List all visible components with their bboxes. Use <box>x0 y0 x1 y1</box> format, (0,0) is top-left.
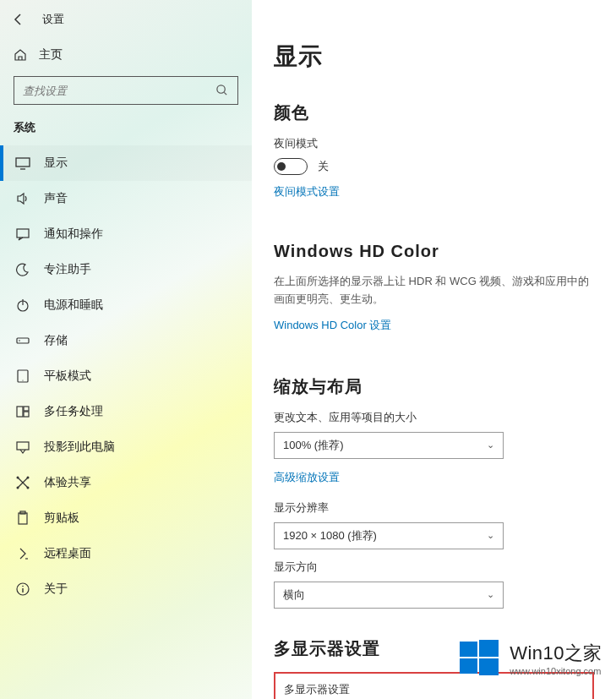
sound-icon <box>15 191 30 206</box>
text-size-dropdown[interactable]: 100% (推荐) ⌄ <box>274 432 504 459</box>
orientation-dropdown[interactable]: 横向 ⌄ <box>274 582 504 609</box>
dropdown-value: 横向 <box>283 587 305 603</box>
search-icon <box>215 84 229 97</box>
info-icon <box>15 582 30 597</box>
sidebar-item-notifications[interactable]: 通知和操作 <box>0 216 252 252</box>
sidebar-item-remote[interactable]: 远程桌面 <box>0 536 252 571</box>
hd-color-heading: Windows HD Color <box>274 242 594 261</box>
home-icon <box>14 48 27 62</box>
night-mode-settings-link[interactable]: 夜间模式设置 <box>274 184 340 199</box>
svg-rect-4 <box>17 229 29 238</box>
svg-line-1 <box>224 92 226 95</box>
sidebar-item-label: 电源和睡眠 <box>44 298 103 313</box>
svg-point-8 <box>19 340 20 341</box>
remote-icon <box>15 546 30 561</box>
sidebar-item-tablet[interactable]: 平板模式 <box>0 358 252 394</box>
chevron-down-icon: ⌄ <box>487 530 494 541</box>
color-heading: 颜色 <box>274 101 594 124</box>
home-label: 主页 <box>39 47 63 63</box>
resolution-label: 显示分辨率 <box>274 500 594 516</box>
svg-point-18 <box>27 477 30 479</box>
main-content: 显示 颜色 夜间模式 关 夜间模式设置 Windows HD Color 在上面… <box>252 0 616 699</box>
sidebar-item-share[interactable]: 体验共享 <box>0 465 252 500</box>
svg-rect-29 <box>460 658 477 674</box>
svg-rect-13 <box>24 412 29 417</box>
project-icon <box>15 440 30 455</box>
svg-rect-12 <box>24 407 29 411</box>
night-mode-toggle[interactable] <box>274 158 308 175</box>
sidebar-item-label: 显示 <box>44 156 68 171</box>
sidebar-item-label: 远程桌面 <box>44 546 91 561</box>
svg-rect-7 <box>17 338 29 343</box>
clipboard-icon <box>15 511 30 526</box>
sidebar-item-storage[interactable]: 存储 <box>0 323 252 358</box>
windows-logo-icon <box>457 636 501 680</box>
svg-rect-11 <box>17 407 23 417</box>
sidebar-item-label: 多任务处理 <box>44 404 103 419</box>
sidebar-item-label: 专注助手 <box>44 262 91 277</box>
moon-icon <box>15 262 30 277</box>
watermark-url: www.win10xitong.com <box>510 666 602 676</box>
hd-color-settings-link[interactable]: Windows HD Color 设置 <box>274 318 391 333</box>
svg-point-17 <box>17 477 19 479</box>
sidebar-item-power[interactable]: 电源和睡眠 <box>0 287 252 323</box>
svg-point-0 <box>217 85 225 93</box>
home-link[interactable]: 主页 <box>0 39 252 71</box>
svg-point-26 <box>22 586 24 587</box>
sidebar-item-clipboard[interactable]: 剪贴板 <box>0 500 252 536</box>
sidebar-item-label: 通知和操作 <box>44 227 103 242</box>
multitask-icon <box>15 404 30 419</box>
sidebar-item-sound[interactable]: 声音 <box>0 181 252 216</box>
watermark: Win10之家 www.win10xitong.com <box>457 636 602 680</box>
night-mode-label: 夜间模式 <box>274 136 594 151</box>
svg-point-19 <box>17 487 19 489</box>
back-button[interactable] <box>12 13 25 26</box>
hd-color-description: 在上面所选择的显示器上让 HDR 和 WCG 视频、游戏和应用中的画面更明亮、更… <box>274 273 594 309</box>
scale-heading: 缩放与布局 <box>274 375 594 398</box>
share-icon <box>15 475 30 490</box>
sidebar-item-label: 声音 <box>44 191 68 206</box>
search-box[interactable] <box>14 76 238 105</box>
monitor-icon <box>15 156 30 171</box>
notification-icon <box>15 227 30 242</box>
svg-rect-14 <box>17 442 29 450</box>
text-size-label: 更改文本、应用等项目的大小 <box>274 410 594 425</box>
sidebar-item-about[interactable]: 关于 <box>0 571 252 607</box>
search-input[interactable] <box>23 85 215 97</box>
nav-list: 显示 声音 通知和操作 专注助手 电源和睡眠 存储 平板模式 多任务处理 <box>0 145 252 607</box>
storage-icon <box>15 333 30 348</box>
svg-rect-30 <box>479 658 499 675</box>
night-mode-toggle-row: 关 <box>274 158 594 175</box>
chevron-down-icon: ⌄ <box>487 440 494 451</box>
chevron-down-icon: ⌄ <box>487 589 494 600</box>
sidebar-item-label: 投影到此电脑 <box>44 440 115 455</box>
watermark-title: Win10之家 <box>510 641 602 666</box>
svg-rect-28 <box>479 640 499 657</box>
sidebar-item-label: 体验共享 <box>44 475 91 490</box>
svg-rect-27 <box>460 642 477 657</box>
sidebar-item-label: 平板模式 <box>44 369 91 384</box>
orientation-label: 显示方向 <box>274 560 594 575</box>
svg-point-20 <box>27 487 30 489</box>
sidebar-item-label: 存储 <box>44 333 68 348</box>
sidebar-item-label: 关于 <box>44 582 68 597</box>
sidebar-item-focus[interactable]: 专注助手 <box>0 252 252 287</box>
category-heading: 系统 <box>0 120 252 145</box>
dropdown-value: 1920 × 1080 (推荐) <box>283 528 377 543</box>
sidebar-item-multitask[interactable]: 多任务处理 <box>0 394 252 429</box>
page-title: 显示 <box>274 41 594 73</box>
sidebar-item-label: 剪贴板 <box>44 511 79 526</box>
tablet-icon <box>15 369 30 384</box>
power-icon <box>15 298 30 313</box>
svg-point-10 <box>22 380 23 380</box>
sidebar: 设置 主页 系统 显示 声音 通知和操作 专注助手 <box>0 0 252 699</box>
sidebar-item-project[interactable]: 投影到此电脑 <box>0 429 252 465</box>
window-title: 设置 <box>42 12 64 27</box>
dropdown-value: 100% (推荐) <box>283 438 344 453</box>
multi-display-label: 多显示器设置 <box>284 682 584 697</box>
sidebar-item-display[interactable]: 显示 <box>0 145 252 181</box>
svg-rect-21 <box>19 513 27 524</box>
svg-rect-2 <box>16 158 30 167</box>
resolution-dropdown[interactable]: 1920 × 1080 (推荐) ⌄ <box>274 522 504 549</box>
advanced-scaling-link[interactable]: 高级缩放设置 <box>274 470 340 485</box>
